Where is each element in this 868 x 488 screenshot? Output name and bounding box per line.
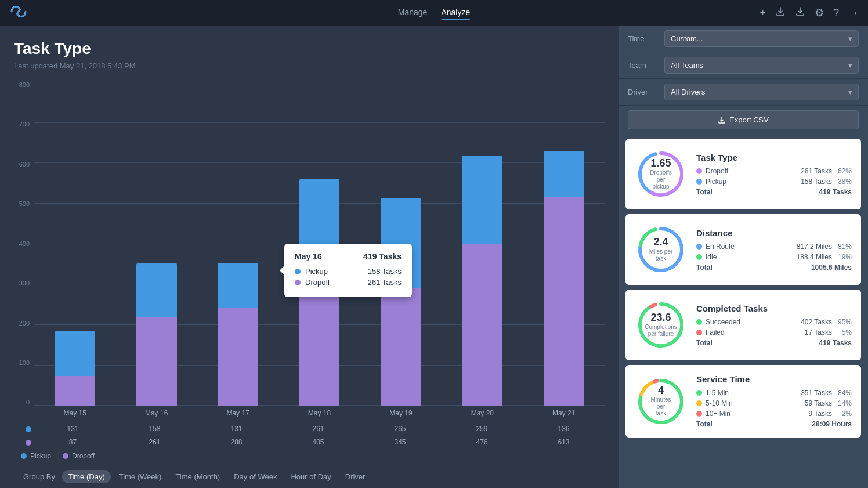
- settings-icon[interactable]: ⚙: [815, 6, 824, 19]
- filter-select-team[interactable]: All Teams ▾: [664, 57, 859, 74]
- y-tick: 100: [14, 360, 30, 366]
- filter-select-time[interactable]: Custom... ▾: [664, 30, 859, 47]
- stat-total-label: Total: [696, 188, 819, 196]
- group-btn-time-month[interactable]: Time (Month): [169, 470, 226, 483]
- bar-group[interactable]: [41, 82, 108, 406]
- stat-data-row: Pickup 158 Tasks 38%: [696, 178, 852, 186]
- x-label: May 19: [367, 406, 435, 423]
- stat-donut-value: 23.6: [645, 312, 677, 324]
- bar-segment-pickup: [299, 179, 340, 268]
- filter-row-time: Time Custom... ▾: [619, 26, 868, 52]
- filter-rows: Time Custom... ▾ Team All Teams ▾ Driver…: [619, 26, 868, 106]
- stat-row-pct: 19%: [836, 253, 852, 261]
- pickup-legend-label: Pickup: [30, 452, 51, 460]
- stat-data-row: 10+ Min 9 Tasks 2%: [696, 410, 852, 418]
- export-csv-button[interactable]: Export CSV: [628, 110, 859, 129]
- bar-segment-pickup: [55, 331, 95, 376]
- data-col-dropoff: 405: [284, 438, 352, 447]
- bar-stack: [462, 156, 502, 406]
- filter-label-time: Time: [628, 34, 660, 43]
- stat-dot: [696, 319, 702, 325]
- x-label: May 18: [285, 406, 353, 423]
- y-tick: 400: [14, 241, 30, 247]
- top-nav: Manage Analyze + ⚙ ? →: [0, 0, 868, 26]
- bars-row: [34, 82, 605, 406]
- user-icon[interactable]: →: [848, 7, 859, 19]
- stat-info-service-time: Service Time 1-5 Min 351 Tasks 84% 5-10 …: [696, 374, 852, 428]
- data-col-pickup: 131: [202, 424, 270, 434]
- data-rows-purple: 87261288405345476613: [14, 436, 605, 450]
- dropoff-legend-label: Dropoff: [72, 452, 95, 460]
- bar-segment-dropoff: [544, 197, 584, 406]
- stat-dot: [696, 179, 702, 185]
- stat-donut-label-completed-tasks: 23.6 Completionsper failure: [645, 312, 677, 338]
- filter-select-driver[interactable]: All Drivers ▾: [664, 84, 859, 100]
- group-btn-hour-of-day[interactable]: Hour of Day: [285, 470, 337, 483]
- stat-donut-sub: task: [649, 255, 673, 262]
- bar-group[interactable]: [204, 82, 272, 406]
- bar-group[interactable]: [367, 82, 435, 406]
- bar-group[interactable]: [449, 82, 516, 406]
- x-label: May 21: [530, 406, 598, 423]
- stat-total-task-type: Total 419 Tasks: [696, 188, 852, 196]
- group-btn-time-week[interactable]: Time (Week): [113, 470, 168, 483]
- stat-info-task-type: Task Type Dropoff 261 Tasks 62% Pickup 1…: [696, 153, 852, 196]
- filter-row-driver: Driver All Drivers ▾: [619, 79, 868, 106]
- import-icon[interactable]: [775, 6, 786, 20]
- data-col-pickup: 259: [448, 424, 516, 434]
- bar-segment-dropoff: [381, 288, 421, 406]
- bar-group[interactable]: [530, 82, 598, 406]
- bar-group[interactable]: [285, 82, 353, 406]
- stat-donut-sub: pickup: [648, 183, 674, 190]
- y-tick: 200: [14, 320, 30, 327]
- pickup-data-dot: [26, 426, 31, 432]
- stat-total-value: 1005.6 Miles: [811, 263, 852, 272]
- stat-card-completed-tasks: 23.6 Completionsper failure Completed Ta…: [625, 290, 861, 360]
- bar-group[interactable]: [122, 82, 190, 406]
- x-label: May 17: [204, 406, 272, 423]
- stat-donut-value: 2.4: [649, 237, 673, 248]
- download-icon[interactable]: [795, 6, 805, 20]
- chevron-down-icon: ▾: [848, 34, 852, 43]
- stat-dot: [696, 330, 702, 335]
- filter-label-team: Team: [628, 61, 660, 70]
- data-col-dropoff: 613: [530, 438, 598, 447]
- filter-value-time: Custom...: [671, 34, 703, 43]
- x-label: May 20: [449, 406, 516, 423]
- x-label: May 16: [122, 406, 190, 423]
- stat-data-row: En Route 817.2 Miles 81%: [696, 243, 852, 251]
- chevron-down-icon: ▾: [848, 61, 852, 70]
- nav-analyze[interactable]: Analyze: [441, 5, 470, 20]
- group-btn-driver[interactable]: Driver: [339, 470, 371, 483]
- nav-manage[interactable]: Manage: [398, 5, 428, 20]
- stat-row-count: 188.4 Miles: [797, 253, 832, 261]
- group-btn-day-of-week[interactable]: Day of Week: [228, 470, 283, 483]
- filter-value-driver: All Drivers: [671, 88, 705, 96]
- help-icon[interactable]: ?: [833, 7, 839, 19]
- bar-stack: [136, 263, 177, 406]
- x-label: May 15: [41, 406, 108, 423]
- chart-subtitle: Last updated May 21, 2018 5:43 PM: [14, 62, 605, 70]
- filter-label-driver: Driver: [628, 88, 660, 96]
- stat-total-value: 28:09 Hours: [812, 420, 852, 428]
- group-by-buttons: Time (Day)Time (Week)Time (Month)Day of …: [62, 470, 371, 483]
- bar-segment-dropoff: [299, 268, 340, 406]
- sidebar: Time Custom... ▾ Team All Teams ▾ Driver…: [619, 26, 868, 488]
- stat-row-pct: 2%: [836, 410, 852, 418]
- chart-area: Task Type Last updated May 21, 2018 5:43…: [0, 26, 619, 488]
- stat-title-service-time: Service Time: [696, 374, 852, 384]
- filter-row-team: Team All Teams ▾: [619, 52, 868, 79]
- add-icon[interactable]: +: [760, 7, 766, 19]
- y-tick: 300: [14, 280, 30, 287]
- stat-row-count: 817.2 Miles: [797, 243, 832, 251]
- stat-dot: [696, 254, 702, 260]
- stat-data-row: Succeeded 402 Tasks 95%: [696, 318, 852, 326]
- data-rows-blue: 131158131261265259136: [14, 423, 605, 436]
- stat-card-service-time: 4 Minutes pertask Service Time 1-5 Min 3…: [625, 365, 861, 438]
- stat-row-label: 5-10 Min: [706, 399, 801, 407]
- legend-row: Pickup Dropoff: [14, 450, 605, 465]
- stat-data-row: Idle 188.4 Miles 19%: [696, 253, 852, 261]
- stat-data-row: 1-5 Min 351 Tasks 84%: [696, 389, 852, 397]
- stat-row-pct: 5%: [836, 328, 852, 337]
- group-btn-time-day[interactable]: Time (Day): [62, 470, 111, 483]
